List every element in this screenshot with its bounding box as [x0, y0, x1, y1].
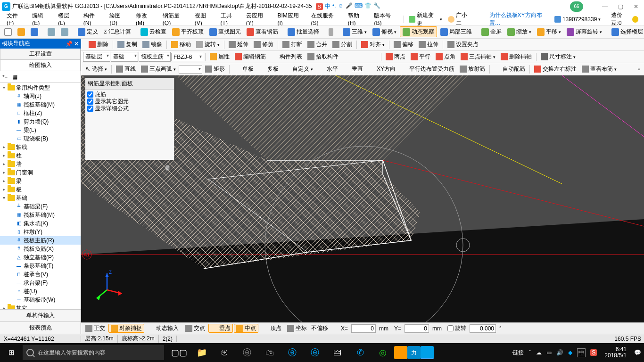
app-qq-icon[interactable]: ✆	[349, 343, 372, 362]
vert-button[interactable]: 垂直	[341, 65, 365, 74]
nav-addsub-icon[interactable]: ⁺₋	[2, 74, 9, 80]
mirror-button[interactable]: 镜像	[140, 40, 165, 49]
tree-group[interactable]: ▸板	[0, 185, 81, 194]
nav-tab-draw[interactable]: 绘图输入	[0, 60, 81, 71]
delete-button[interactable]: 删除	[86, 40, 111, 49]
tree-leaf[interactable]: ▦筏板基础(M)	[0, 211, 81, 219]
tray-ime-icon[interactable]: 中	[577, 348, 586, 357]
open-file-icon[interactable]	[15, 27, 27, 37]
app-orange1-icon[interactable]	[394, 346, 407, 359]
line-button[interactable]: 直线	[114, 65, 138, 74]
tray-cloud-icon[interactable]: ☁	[536, 349, 542, 356]
tree-group[interactable]: ▸柱	[0, 151, 81, 160]
app-chrome-icon[interactable]: 🜲	[326, 343, 349, 362]
tree-group[interactable]: ▸轴线	[0, 143, 81, 151]
single-plate-button[interactable]: 单板	[231, 65, 256, 74]
app-folder-icon[interactable]: 📁	[190, 343, 213, 362]
maximize-button[interactable]: ▢	[618, 3, 623, 10]
screen-rotate-button[interactable]: 屏幕旋转▾	[564, 27, 604, 37]
zoom-button[interactable]: 缩放▾	[505, 27, 534, 37]
cloud-check-button[interactable]: 云检查	[138, 27, 169, 37]
tree-leaf[interactable]: ▭现浇板(B)	[0, 134, 81, 143]
view-layout-button[interactable]: 查看布筋▾	[579, 65, 619, 74]
tree-leaf[interactable]: —承台梁(F)	[0, 279, 81, 287]
intersect-snap[interactable]: 交点	[183, 324, 207, 333]
tree-leaf[interactable]: ▦筏板基础(M)	[0, 100, 81, 109]
sum-calc-button[interactable]: Σ汇总计算	[101, 27, 133, 37]
component-tree[interactable]: ▾常用构件类型#轴网(J)▦筏板基础(M)□框柱(Z)▮剪力墙(Q)—梁(L)▭…	[0, 82, 81, 309]
app-edge2-icon[interactable]: ⓔ	[281, 343, 304, 362]
component-list-button[interactable]: 构件列表	[269, 52, 305, 61]
app-ie-icon[interactable]: ⓔ	[304, 343, 326, 362]
tray-notifications-icon[interactable]: 💬	[634, 349, 641, 356]
ime-badge[interactable]: S	[316, 3, 323, 10]
tree-leaf[interactable]: #筏板主筋(R)	[0, 236, 81, 245]
tree-group[interactable]: ▸门窗洞	[0, 168, 81, 177]
stretch-button[interactable]: 拉伸	[416, 40, 441, 49]
tree-leaf[interactable]: #轴网(J)	[0, 92, 81, 100]
auto-rebar-button[interactable]: 自动配筋	[492, 65, 528, 74]
batch-select-button[interactable]: 批量选择	[285, 27, 322, 37]
minimize-button[interactable]: —	[602, 3, 608, 10]
delete-aux-button[interactable]: 删除辅轴	[498, 52, 534, 61]
break-button[interactable]: 打断	[280, 40, 305, 49]
drawing-canvas[interactable]: 25@100 A1 z 钢筋显示控制面板 底筋	[81, 75, 644, 322]
tree-leaf[interactable]: □框柱(Z)	[0, 109, 81, 117]
select-button[interactable]: ↖选择▾	[83, 65, 109, 74]
radial-rebar-button[interactable]: 放射筋	[457, 65, 487, 74]
tree-leaf[interactable]: #筏板负筋(X)	[0, 245, 81, 253]
rotate-button[interactable]: 旋转▾	[194, 40, 222, 49]
trim-button[interactable]: 修剪	[251, 40, 276, 49]
extend-button[interactable]: 延伸	[226, 40, 251, 49]
align-button[interactable]: 对齐▾	[359, 40, 387, 49]
app-edge-icon[interactable]: ⓔ	[236, 343, 258, 362]
props-button[interactable]: 属性	[207, 52, 232, 61]
rebar-display-panel[interactable]: 钢筋显示控制面板 底筋 显示其它图元 显示详细公式	[85, 78, 174, 160]
tree-group[interactable]: ▾常用构件类型	[0, 83, 81, 92]
tree-leaf[interactable]: ═基础板带(W)	[0, 296, 81, 304]
local-3d-button[interactable]: 局部三维	[438, 27, 474, 37]
find-graph-button[interactable]: 查找图元	[207, 27, 243, 37]
system-tray[interactable]: 链接 ˄ ☁ ▭ 🔊 ◆ 中 S 6:41 2018/5/1 💬	[510, 346, 644, 359]
point-angle-button[interactable]: 点角	[433, 52, 458, 61]
y-input[interactable]	[405, 324, 429, 333]
swap-lr-button[interactable]: 交换左右标注	[532, 65, 579, 74]
app-blue1-icon[interactable]: 力	[407, 346, 421, 359]
offset-button[interactable]: 偏移	[391, 40, 416, 49]
view-3d-button[interactable]: 三维▾	[340, 27, 369, 37]
move-button[interactable]: 移动	[169, 40, 193, 49]
rotate-input[interactable]	[470, 324, 496, 333]
undo-icon[interactable]	[45, 27, 58, 37]
tree-leaf[interactable]: △独立基础(P)	[0, 253, 81, 262]
tree-group[interactable]: ▸其它	[0, 304, 81, 309]
app-swirl-icon[interactable]: ֍	[213, 343, 236, 362]
x-input[interactable]	[351, 324, 376, 333]
overlook-button[interactable]: 俯视▾	[370, 27, 399, 37]
dynamic-view-button[interactable]: 动态观察	[400, 26, 437, 37]
tree-leaf[interactable]: —梁(L)	[0, 126, 81, 134]
pan-button[interactable]: 平移▾	[535, 27, 563, 37]
tray-app-icon[interactable]: ◆	[568, 349, 572, 356]
pick-component-button[interactable]: 拾取构件	[305, 52, 341, 61]
task-view-icon[interactable]: ▢▢	[168, 343, 190, 362]
tray-volume-icon[interactable]: 🔊	[556, 349, 563, 356]
pin-icon[interactable]: 📌	[66, 41, 73, 47]
offset-mode-select[interactable]: 不偏移	[311, 324, 338, 332]
parallel-button[interactable]: 平行	[408, 52, 433, 61]
floor-select[interactable]: 基础层	[83, 52, 110, 62]
redo-icon[interactable]	[58, 27, 71, 37]
close-panel-icon[interactable]: ✕	[74, 41, 79, 47]
flat-top-button[interactable]: 平齐板顶	[170, 27, 206, 37]
code-select[interactable]: FBZJ-6	[171, 53, 203, 61]
width-input[interactable]	[179, 65, 202, 74]
define-button[interactable]: 定义	[75, 27, 100, 37]
parallel-force-button[interactable]: 平行边布置受力筋	[398, 65, 457, 74]
tray-cast-icon[interactable]: ▭	[546, 349, 552, 356]
tree-leaf[interactable]: ▮剪力墙(Q)	[0, 117, 81, 126]
merge-button[interactable]: 合并	[305, 40, 330, 49]
tree-leaf[interactable]: ◧集水坑(K)	[0, 219, 81, 228]
coord-snap[interactable]: 坐标	[285, 324, 309, 333]
windows-taskbar[interactable]: ⊞ 在这里输入你要搜索的内容 ▢▢ 📁 ֍ ⓔ 🛍 ⓔ ⓔ 🜲 ✆ ◎ 力 链接…	[0, 343, 644, 362]
horiz-button[interactable]: 水平	[316, 65, 340, 74]
app-360-icon[interactable]: ◎	[372, 343, 394, 362]
